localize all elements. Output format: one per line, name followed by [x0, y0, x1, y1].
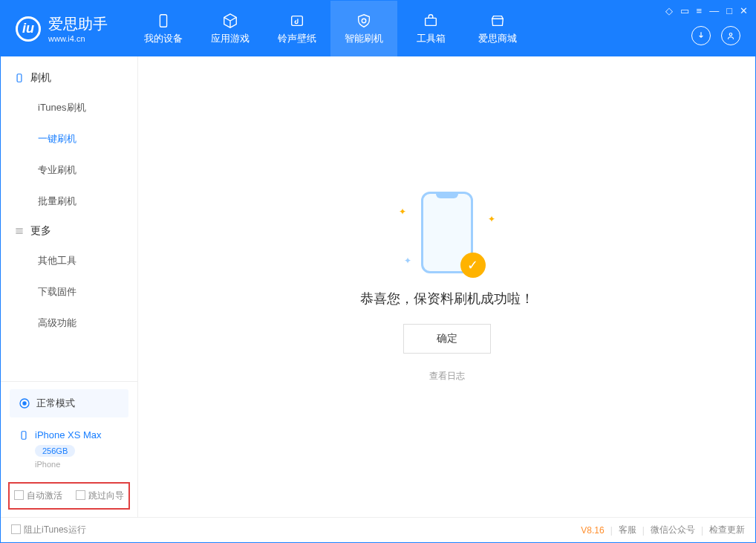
nav-smart-flash[interactable]: 智能刷机: [330, 1, 397, 56]
mode-label: 正常模式: [36, 397, 75, 410]
top-nav: 我的设备 应用游戏 铃声壁纸 智能刷机 工具箱 爱思商城: [130, 1, 531, 56]
nav-toolbox[interactable]: 工具箱: [397, 1, 464, 56]
status-bar: 阻止iTunes运行 V8.16 | 客服 | 微信公众号 | 检查更新: [1, 517, 755, 542]
device-name: iPhone XS Max: [19, 429, 120, 440]
version-label: V8.16: [581, 525, 604, 536]
sidebar: 刷机 iTunes刷机 一键刷机 专业刷机 批量刷机 更多 其他工具 下载固件 …: [1, 56, 138, 517]
checkbox-icon: [76, 490, 85, 500]
window-controls-top: ◇ ▭ ≡ — □ ✕: [665, 5, 748, 16]
phone-icon: [14, 73, 25, 83]
device-info[interactable]: iPhone XS Max 256GB iPhone: [10, 423, 128, 475]
nav-ringtone-wallpaper[interactable]: 铃声壁纸: [264, 1, 330, 56]
close-button[interactable]: ✕: [740, 5, 748, 16]
svg-rect-0: [160, 14, 166, 27]
list-icon: [14, 226, 25, 236]
svg-point-3: [729, 33, 732, 36]
shield-refresh-icon: [356, 13, 372, 29]
device-capacity: 256GB: [35, 445, 75, 457]
app-name: 爱思助手: [48, 14, 108, 34]
footer-left: 阻止iTunes运行: [11, 524, 86, 536]
cube-icon: [222, 13, 238, 29]
music-folder-icon: [289, 13, 305, 29]
body-area: 刷机 iTunes刷机 一键刷机 专业刷机 批量刷机 更多 其他工具 下载固件 …: [1, 56, 755, 517]
ok-button[interactable]: 确定: [403, 324, 491, 354]
svg-rect-4: [17, 74, 22, 82]
nav-store[interactable]: 爱思商城: [464, 1, 531, 56]
sidebar-nav: 刷机 iTunes刷机 一键刷机 专业刷机 批量刷机 更多 其他工具 下载固件 …: [1, 56, 137, 381]
checkbox-icon: [11, 524, 21, 534]
app-logo: iu 爱思助手 www.i4.cn: [1, 14, 123, 43]
sidebar-item-download-firmware[interactable]: 下载固件: [1, 276, 137, 308]
checkbox-icon: [14, 490, 24, 500]
block-itunes-checkbox[interactable]: 阻止iTunes运行: [11, 524, 86, 536]
sidebar-item-pro-flash[interactable]: 专业刷机: [1, 155, 137, 186]
user-icon: [726, 30, 736, 41]
svg-rect-2: [426, 18, 437, 25]
tshirt-icon[interactable]: ◇: [665, 5, 673, 16]
nav-label: 我的设备: [144, 32, 183, 45]
group-title: 刷机: [30, 71, 51, 85]
flash-options-highlighted: 自动激活 跳过向导: [8, 482, 130, 510]
menu-icon[interactable]: ≡: [697, 5, 703, 16]
success-message: 恭喜您，保资料刷机成功啦！: [360, 290, 534, 308]
toolbox-icon: [423, 13, 439, 29]
sparkle-icon: ✦: [399, 207, 406, 217]
sidebar-item-other-tools[interactable]: 其他工具: [1, 245, 137, 276]
skip-guide-checkbox[interactable]: 跳过向导: [76, 490, 124, 502]
header-right-controls: [691, 26, 740, 45]
sidebar-item-advanced[interactable]: 高级功能: [1, 308, 137, 339]
success-illustration: ✦ ✦ ✦ ✓: [403, 192, 492, 273]
nav-label: 爱思商城: [478, 32, 517, 45]
user-button[interactable]: [721, 26, 740, 45]
sparkle-icon: ✦: [404, 256, 411, 266]
mode-indicator[interactable]: 正常模式: [10, 389, 128, 417]
check-badge-icon: ✓: [460, 253, 486, 278]
device-type: iPhone: [35, 460, 120, 469]
sidebar-group-more: 更多: [1, 217, 137, 245]
app-site: www.i4.cn: [48, 34, 108, 43]
phone-icon: [19, 430, 29, 440]
nav-label: 智能刷机: [345, 32, 383, 45]
nav-apps-games[interactable]: 应用游戏: [197, 1, 264, 56]
sidebar-item-batch-flash[interactable]: 批量刷机: [1, 186, 137, 217]
store-icon: [489, 13, 506, 29]
footer-right: V8.16 | 客服 | 微信公众号 | 检查更新: [581, 524, 745, 536]
minimize-button[interactable]: —: [709, 5, 719, 16]
preferences-icon[interactable]: ▭: [680, 5, 689, 16]
svg-rect-7: [22, 431, 26, 439]
view-log-link[interactable]: 查看日志: [429, 370, 465, 383]
support-link[interactable]: 客服: [619, 524, 636, 536]
mode-icon: [19, 397, 30, 409]
svg-rect-1: [292, 16, 303, 25]
sidebar-item-oneclick-flash[interactable]: 一键刷机: [1, 123, 137, 155]
sidebar-item-itunes-flash[interactable]: iTunes刷机: [1, 92, 137, 123]
group-title: 更多: [30, 224, 51, 238]
nav-label: 应用游戏: [211, 32, 250, 45]
download-button[interactable]: [691, 26, 711, 45]
main-content: ✦ ✦ ✦ ✓ 恭喜您，保资料刷机成功啦！ 确定 查看日志: [138, 56, 755, 517]
wechat-link[interactable]: 微信公众号: [651, 524, 695, 536]
nav-label: 铃声壁纸: [278, 32, 316, 45]
svg-point-6: [23, 402, 26, 405]
auto-activate-checkbox[interactable]: 自动激活: [14, 490, 62, 502]
nav-label: 工具箱: [417, 32, 446, 45]
nav-my-device[interactable]: 我的设备: [130, 1, 197, 56]
download-icon: [696, 30, 706, 41]
sparkle-icon: ✦: [488, 214, 495, 224]
logo-icon: iu: [16, 16, 41, 42]
device-icon: [155, 13, 172, 29]
check-update-link[interactable]: 检查更新: [709, 524, 745, 536]
sidebar-bottom: 正常模式 iPhone XS Max 256GB iPhone 自动激活 跳过向…: [1, 381, 137, 517]
sidebar-group-flash: 刷机: [1, 64, 137, 92]
app-header: iu 爱思助手 www.i4.cn 我的设备 应用游戏 铃声壁纸 智能刷机 工具…: [1, 1, 755, 56]
maximize-button[interactable]: □: [726, 5, 732, 16]
